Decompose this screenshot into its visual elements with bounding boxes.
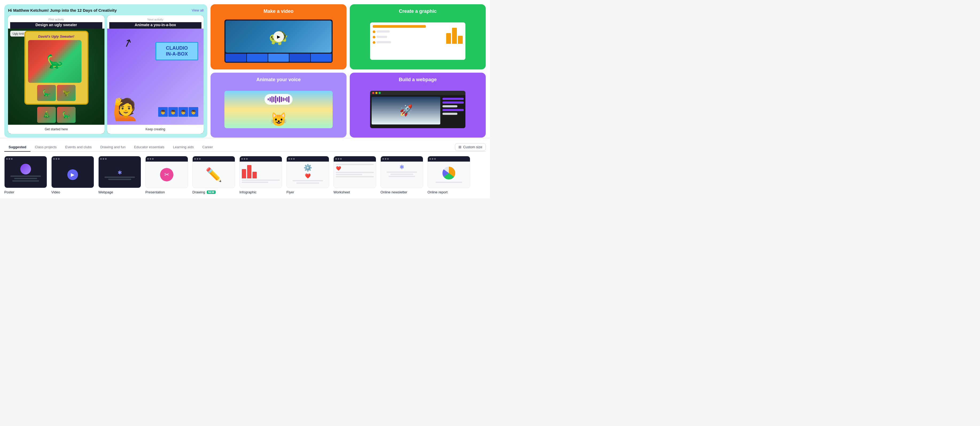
newsletter-thumb: ✱ <box>380 156 423 188</box>
view-all-link[interactable]: View all <box>192 8 204 12</box>
video-timeline <box>226 54 332 62</box>
first-activity-title: Design an ugly sweater <box>10 22 102 29</box>
second-activity-card[interactable]: Next activity Animate a you-in-a-box CLA… <box>107 15 204 134</box>
webpage-label: Webpage <box>98 190 141 194</box>
first-activity-footer: Get started here <box>8 125 105 134</box>
sweater-thumb-3: 🎄 <box>37 107 56 123</box>
template-flyer[interactable]: ⚙️ ❤️ Flyer <box>286 156 329 194</box>
graphic-left <box>373 25 439 57</box>
create-graphic-title: Create a graphic <box>399 8 437 14</box>
presentation-label: Presentation <box>145 190 188 194</box>
sweater-image: 🦕 <box>28 40 81 83</box>
report-thumb <box>428 156 470 188</box>
waveform <box>264 94 293 105</box>
template-infographic[interactable]: Infographic <box>239 156 282 194</box>
claudio-thumb-3: 👦 <box>178 107 188 117</box>
video-screen-inner: 🐢 ▶ <box>226 21 332 52</box>
make-video-card[interactable]: Make a video 🐢 ▶ <box>210 4 347 70</box>
first-activity-card[interactable]: First activity Design an ugly sweater Ug… <box>8 15 105 134</box>
animate-voice-title: Animate your voice <box>256 77 301 83</box>
build-webpage-card[interactable]: Build a webpage 🚀 <box>350 73 486 138</box>
infographic-label: Infographic <box>239 190 282 194</box>
webpage-thumb: ✱ <box>98 156 141 188</box>
sweater-frame: David's Ugly Sweater! 🦕 🦕 🦖 <box>24 31 88 105</box>
animate-voice-image: 😺 <box>215 86 342 134</box>
tab-educator-essentials[interactable]: Educator essentials <box>130 143 169 152</box>
create-graphic-image <box>354 17 482 65</box>
drawing-label: Drawing NEW <box>192 190 235 194</box>
claudio-thumbnails: 👦 👦 👦 👦 <box>158 107 198 117</box>
cat-monster: 😺 <box>270 112 287 127</box>
tab-learning-aids[interactable]: Learning aids <box>169 143 198 152</box>
webpage-screen: 🚀 <box>370 91 466 128</box>
custom-size-button[interactable]: ⊞ Custom size <box>455 143 486 151</box>
poster-label: Poster <box>4 190 47 194</box>
template-drawing[interactable]: ✏️ Drawing NEW <box>192 156 235 194</box>
tab-events-clubs[interactable]: Events and clubs <box>61 143 96 152</box>
build-webpage-image: 🚀 <box>354 86 482 134</box>
rocket-area: 🚀 <box>372 97 441 124</box>
tab-suggested[interactable]: Suggested <box>4 143 30 152</box>
worksheet-thumb: ❤️ <box>333 156 376 188</box>
create-graphic-card[interactable]: Create a graphic <box>350 4 486 70</box>
video-thumb: ▶ <box>51 156 94 188</box>
tabs-row: Suggested Class projects Events and club… <box>4 143 486 152</box>
kid-figure: 🙋 <box>113 97 139 122</box>
drawing-thumb: ✏️ <box>192 156 235 188</box>
template-presentation[interactable]: ✂ Presentation <box>145 156 188 194</box>
claudio-box: CLAUDIOIN-A-BOX <box>156 42 198 60</box>
bar-chart <box>446 25 463 44</box>
webpage-lines <box>442 97 464 124</box>
sweater-thumbnails: 🦕 🦖 <box>28 85 85 101</box>
voice-screen: 😺 <box>224 91 332 128</box>
graphic-right <box>441 25 463 57</box>
creativity-heading: Hi Matthew Ketchum! Jump into the 12 Day… <box>8 8 117 13</box>
animate-voice-card[interactable]: Animate your voice <box>210 73 347 138</box>
second-activity-footer: Keep creating <box>107 125 204 134</box>
build-webpage-title: Build a webpage <box>399 77 437 83</box>
template-worksheet[interactable]: ❤️ Worksheet <box>333 156 376 194</box>
dot-yellow <box>375 92 377 94</box>
first-activity-label: First activity <box>10 16 102 22</box>
drawing-new-badge: NEW <box>207 191 216 194</box>
template-newsletter[interactable]: ✱ Online newsletter <box>380 156 423 194</box>
template-webpage[interactable]: ✱ Webpage <box>98 156 141 194</box>
dot-red <box>372 92 374 94</box>
creativity-panel: Hi Matthew Ketchum! Jump into the 12 Day… <box>4 4 207 138</box>
template-report[interactable]: Online report <box>428 156 470 194</box>
tab-drawing-fun[interactable]: Drawing and fun <box>96 143 130 152</box>
second-activity-title: Animate a you-in-a-box <box>109 22 202 29</box>
video-screen: 🐢 ▶ <box>224 19 332 63</box>
claudio-box-title: CLAUDIOIN-A-BOX <box>161 45 193 57</box>
video-label: Video <box>51 190 94 194</box>
video-play-icon: ▶ <box>67 169 78 180</box>
claudio-thumb-4: 👦 <box>189 107 198 117</box>
feature-panels: Make a video 🐢 ▶ <box>210 4 486 138</box>
templates-row: Poster ▶ Video <box>4 156 486 199</box>
tab-class-projects[interactable]: Class projects <box>30 143 61 152</box>
second-activity-label: Next activity <box>109 16 202 22</box>
sweater-thumb-4: 🦕 <box>57 107 76 123</box>
make-video-image: 🐢 ▶ <box>215 17 342 65</box>
claudio-thumb-2: 👦 <box>168 107 178 117</box>
play-button[interactable]: ▶ <box>273 31 284 42</box>
make-video-title: Make a video <box>263 8 293 14</box>
bottom-section: Suggested Class projects Events and club… <box>0 138 490 199</box>
sweater-thumb-2: 🦖 <box>57 85 76 101</box>
presentation-thumb: ✂ <box>145 156 188 188</box>
graphic-dots <box>373 30 439 33</box>
template-video[interactable]: ▶ Video <box>51 156 94 194</box>
worksheet-label: Worksheet <box>333 190 376 194</box>
claudio-thumb-1: 👦 <box>158 107 168 117</box>
flyer-thumb: ⚙️ ❤️ <box>286 156 329 188</box>
flyer-label: Flyer <box>286 190 329 194</box>
custom-size-label: Custom size <box>463 145 482 149</box>
tab-career[interactable]: Career <box>198 143 217 152</box>
infographic-thumb <box>239 156 282 188</box>
webpage-content: 🚀 <box>370 95 466 126</box>
template-poster[interactable]: Poster <box>4 156 47 194</box>
poster-thumb <box>4 156 47 188</box>
sweater-row2: 🎄 🦕 <box>37 107 76 123</box>
dot-green <box>379 92 381 94</box>
sweater-thumb-1: 🦕 <box>37 85 56 101</box>
